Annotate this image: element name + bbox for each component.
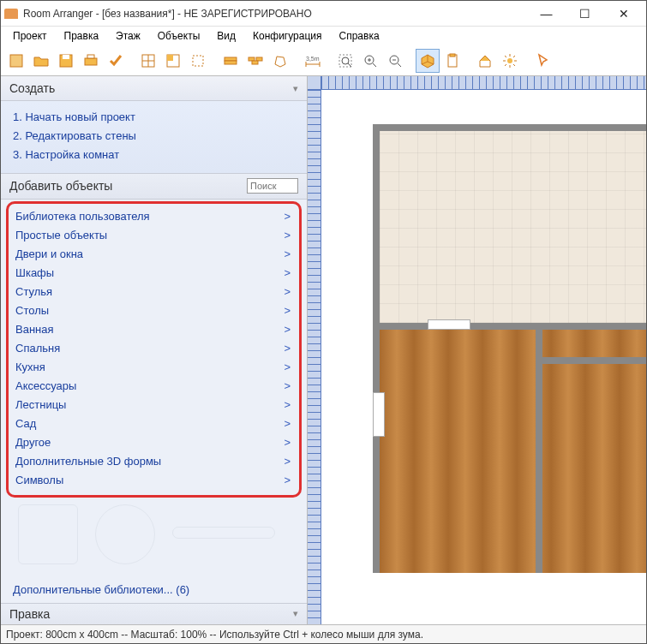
door-opening[interactable] <box>373 392 385 437</box>
new-icon[interactable] <box>4 49 28 73</box>
open-icon[interactable] <box>29 49 53 73</box>
chevron-right-icon: > <box>284 379 292 392</box>
window-title: Room Arranger - [без названия*] - НЕ ЗАР… <box>23 8 527 20</box>
brick-icon[interactable] <box>243 49 267 73</box>
cat-simple-objects[interactable]: Простые объекты> <box>15 226 292 245</box>
cat-kitchen[interactable]: Кухня> <box>15 358 292 377</box>
svg-line-24 <box>373 63 376 67</box>
create-steps: 1. Начать новый проект 2. Редактировать … <box>1 101 307 174</box>
step-edit-walls[interactable]: 2. Редактировать стены <box>13 127 295 146</box>
svg-rect-31 <box>450 54 455 57</box>
menu-help[interactable]: Справка <box>332 28 386 44</box>
menu-edit[interactable]: Правка <box>57 28 106 44</box>
chevron-right-icon: > <box>284 436 292 449</box>
cursor-icon[interactable] <box>530 49 554 73</box>
chevron-right-icon: > <box>284 210 292 223</box>
svg-line-22 <box>348 63 351 67</box>
svg-rect-10 <box>193 56 203 66</box>
more-libraries-link[interactable]: Дополнительные библиотеки... (6) <box>1 576 307 603</box>
cat-bathroom[interactable]: Ванная> <box>15 320 292 339</box>
svg-line-37 <box>505 56 506 57</box>
effects-icon[interactable] <box>498 49 522 73</box>
chevron-right-icon: > <box>284 342 292 355</box>
select-icon[interactable] <box>186 49 210 73</box>
wall-icon[interactable] <box>219 49 243 73</box>
create-panel-header[interactable]: Создать ▾ <box>1 76 307 101</box>
cat-cabinets[interactable]: Шкафы> <box>15 264 292 283</box>
svg-rect-12 <box>225 61 237 64</box>
chevron-right-icon: > <box>284 455 292 468</box>
cat-symbols[interactable]: Символы> <box>15 471 292 490</box>
svg-rect-15 <box>252 61 258 64</box>
window-controls: — ☐ ✕ <box>527 2 643 26</box>
clipboard-icon[interactable] <box>440 49 464 73</box>
menu-objects[interactable]: Объекты <box>151 28 207 44</box>
svg-rect-2 <box>63 55 69 59</box>
step-setup-rooms[interactable]: 3. Настройка комнат <box>13 146 295 164</box>
chevron-right-icon: > <box>284 417 292 430</box>
print-icon[interactable] <box>79 49 103 73</box>
search-input[interactable] <box>247 178 298 194</box>
chevron-right-icon: > <box>284 229 292 242</box>
maximize-button[interactable]: ☐ <box>566 2 604 26</box>
chevron-right-icon: > <box>284 323 292 336</box>
svg-rect-3 <box>85 58 97 65</box>
ghost-shapes <box>1 501 307 576</box>
chevron-right-icon: > <box>284 304 292 317</box>
toolbar: 3,5m <box>1 45 646 76</box>
svg-rect-0 <box>10 55 22 67</box>
grid-icon[interactable] <box>136 49 160 73</box>
svg-line-39 <box>505 64 506 66</box>
collapse-icon[interactable]: ▾ <box>293 608 298 619</box>
zoom-out-icon[interactable] <box>383 49 407 73</box>
side-panel: Создать ▾ 1. Начать новый проект 2. Реда… <box>1 76 308 624</box>
door-opening[interactable] <box>428 319 470 330</box>
chevron-right-icon: > <box>284 474 292 486</box>
menu-project[interactable]: Проект <box>6 28 54 44</box>
cat-doors-windows[interactable]: Двери и окна> <box>15 245 292 264</box>
cat-stairs[interactable]: Лестницы> <box>15 396 292 414</box>
svg-line-40 <box>513 56 515 57</box>
save-icon[interactable] <box>54 49 78 73</box>
cat-garden[interactable]: Сад> <box>15 414 292 433</box>
ruler-vertical <box>308 90 321 624</box>
interior-wall[interactable] <box>536 357 646 364</box>
svg-rect-14 <box>256 57 262 61</box>
ghost-shape <box>172 527 275 539</box>
polygon-icon[interactable] <box>268 49 292 73</box>
svg-point-32 <box>507 58 512 63</box>
grid2-icon[interactable] <box>161 49 185 73</box>
cat-other[interactable]: Другое> <box>15 433 292 452</box>
drawing-stage[interactable] <box>321 90 646 624</box>
chevron-right-icon: > <box>284 285 292 298</box>
menu-view[interactable]: Вид <box>210 28 243 44</box>
zoom-in-icon[interactable] <box>358 49 382 73</box>
cat-user-library[interactable]: Библиотека пользователя> <box>15 207 292 226</box>
close-button[interactable]: ✕ <box>604 2 643 26</box>
app-window: Room Arranger - [без названия*] - НЕ ЗАР… <box>0 0 647 644</box>
step-new-project[interactable]: 1. Начать новый проект <box>13 108 295 127</box>
floorplan-canvas[interactable] <box>308 76 646 624</box>
zoom-fit-icon[interactable] <box>333 49 357 73</box>
check-icon[interactable] <box>104 49 128 73</box>
menu-floor[interactable]: Этаж <box>109 28 147 44</box>
svg-rect-9 <box>167 55 173 61</box>
cat-tables[interactable]: Столы> <box>15 301 292 320</box>
dimension-icon[interactable]: 3,5m <box>301 49 325 73</box>
edit-panel-header[interactable]: Правка ▾ <box>1 603 307 624</box>
tiled-room[interactable] <box>380 131 646 323</box>
view3d-icon[interactable] <box>416 49 440 73</box>
main-area: Создать ▾ 1. Начать новый проект 2. Реда… <box>1 76 646 624</box>
cat-bedroom[interactable]: Спальня> <box>15 339 292 358</box>
chevron-right-icon: > <box>284 398 292 411</box>
cat-3d-shapes[interactable]: Дополнительные 3D формы> <box>15 452 292 471</box>
house-icon[interactable] <box>473 49 497 73</box>
floor-plan[interactable] <box>373 124 646 573</box>
svg-rect-4 <box>87 55 94 58</box>
menu-config[interactable]: Конфигурация <box>246 28 329 44</box>
collapse-icon[interactable]: ▾ <box>293 83 298 94</box>
cat-chairs[interactable]: Стулья> <box>15 283 292 301</box>
cat-accessories[interactable]: Аксессуары> <box>15 377 292 396</box>
add-objects-header[interactable]: Добавить объекты <box>1 174 307 199</box>
minimize-button[interactable]: — <box>527 2 566 26</box>
